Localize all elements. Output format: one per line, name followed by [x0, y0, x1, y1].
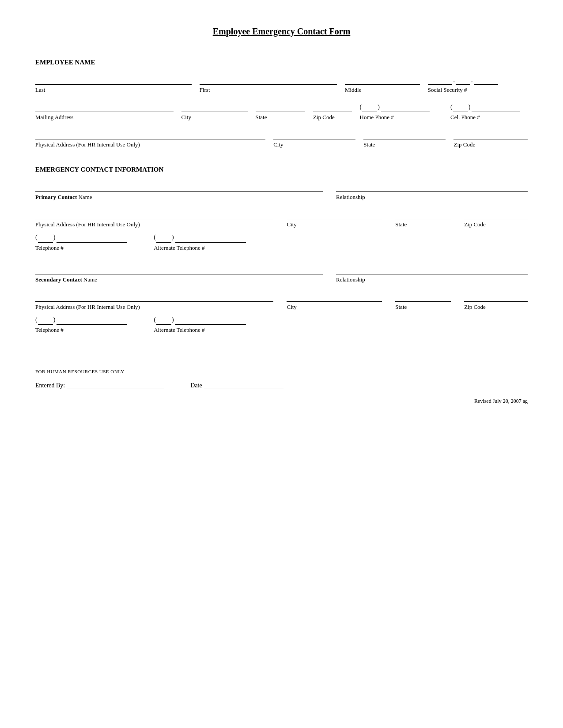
- primary-name-line: [35, 182, 323, 192]
- mailing-line: [35, 102, 174, 112]
- home-phone-label: Home Phone #: [360, 114, 394, 121]
- first-field-group: First: [200, 75, 337, 94]
- secondary-telephone-row: ( ) Telephone # ( ) Alternate Telephone …: [35, 315, 528, 334]
- cel-phone-area: [453, 102, 468, 112]
- secondary-zip-group: Zip Code: [464, 292, 528, 311]
- primary-state-line: [395, 210, 451, 219]
- phys-zip-label: Zip Code: [453, 141, 475, 148]
- secondary-alt-number: [175, 315, 246, 325]
- employee-name-heading: EMPLOYEE NAME: [35, 59, 528, 66]
- middle-label: Middle: [345, 86, 362, 94]
- primary-name-label: Primary Contact Name: [35, 194, 92, 201]
- primary-alt-tel-wrapper: ( ): [154, 233, 246, 242]
- page-title: Employee Emergency Contact Form: [35, 26, 528, 37]
- primary-alt-tel-group: ( ) Alternate Telephone #: [154, 233, 246, 251]
- home-phone-group: ( ) Home Phone #: [360, 102, 443, 121]
- city-label: City: [181, 114, 191, 121]
- primary-name-group: Primary Contact Name: [35, 182, 323, 201]
- primary-tel-number: [57, 233, 127, 243]
- primary-addr-label: Physical Address (For HR Internal Use On…: [35, 221, 140, 228]
- primary-addr-group: Physical Address (For HR Internal Use On…: [35, 210, 273, 228]
- primary-state-group: State: [395, 210, 451, 228]
- primary-zip-label: Zip Code: [464, 221, 486, 228]
- secondary-alt-tel-label: Alternate Telephone #: [154, 326, 246, 334]
- secondary-alt-tel-group: ( ) Alternate Telephone #: [154, 315, 246, 334]
- primary-alt-area: [156, 233, 171, 243]
- primary-relationship-group: Relationship: [336, 182, 528, 201]
- home-phone-number: [381, 102, 430, 112]
- state-line: [256, 102, 306, 112]
- ssn-part1: [428, 75, 452, 85]
- phys-zip-line: [453, 130, 528, 139]
- name-row: Last First Middle - - Social Security #: [35, 75, 528, 94]
- cel-phone-group: ( ) Cel. Phone #: [450, 102, 528, 121]
- primary-telephone-row: ( ) Telephone # ( ) Alternate Telephone …: [35, 233, 528, 251]
- secondary-contact-name-suffix: Name: [82, 276, 97, 283]
- secondary-state-line: [395, 292, 451, 302]
- address-row: Mailing Address City State Zip Code ( ) …: [35, 102, 528, 121]
- middle-line: [345, 75, 420, 85]
- phys-city-label: City: [273, 141, 283, 148]
- secondary-alt-paren-left: (: [154, 315, 156, 325]
- secondary-tel-number: [57, 315, 127, 325]
- entered-by-line: [67, 379, 164, 389]
- secondary-tel-paren-left: (: [35, 315, 38, 325]
- ssn-part3: [474, 75, 498, 85]
- last-label: Last: [35, 86, 45, 94]
- secondary-tel-area: [38, 315, 53, 325]
- last-field-group: Last: [35, 75, 192, 94]
- primary-city-label: City: [287, 221, 296, 228]
- primary-state-label: State: [395, 221, 407, 228]
- ssn-dash2: -: [470, 79, 474, 85]
- primary-city-line: [287, 210, 382, 219]
- ssn-part2: [456, 75, 470, 85]
- home-phone-area: [362, 102, 377, 112]
- primary-contact-name-suffix: Name: [77, 194, 92, 200]
- cel-phone-line-wrapper: ( ): [450, 102, 520, 112]
- secondary-tel-paren-right: ): [53, 315, 56, 325]
- hr-label: FOR HUMAN RESOURCES USE ONLY: [35, 369, 528, 374]
- secondary-state-group: State: [395, 292, 451, 311]
- secondary-tel-wrapper: ( ): [35, 315, 127, 325]
- primary-alt-paren-left: (: [154, 233, 156, 242]
- middle-field-group: Middle: [345, 75, 420, 94]
- secondary-name-label: Secondary Contact Name: [35, 276, 97, 283]
- primary-addr-row: Physical Address (For HR Internal Use On…: [35, 210, 528, 228]
- employee-name-section: EMPLOYEE NAME Last First Middle - - Soci…: [35, 59, 528, 148]
- primary-contact-name-row: Primary Contact Name Relationship: [35, 182, 528, 201]
- primary-relationship-label: Relationship: [336, 194, 365, 201]
- physical-addr-group: Physical Address (For HR Internal Use On…: [35, 130, 265, 148]
- mailing-label: Mailing Address: [35, 114, 73, 121]
- ssn-label: Social Security #: [428, 86, 467, 94]
- secondary-city-line: [287, 292, 382, 302]
- primary-alt-paren-right: ): [172, 233, 174, 242]
- secondary-addr-label: Physical Address (For HR Internal Use On…: [35, 304, 140, 311]
- primary-relationship-line: [336, 182, 528, 192]
- emergency-section: EMERGENCY CONTACT INFORMATION Primary Co…: [35, 166, 528, 334]
- zip-label: Zip Code: [313, 114, 335, 121]
- primary-tel-group: ( ) Telephone #: [35, 233, 127, 251]
- phys-city-group: City: [273, 130, 355, 148]
- cel-paren-left: (: [450, 102, 453, 112]
- first-line: [200, 75, 337, 85]
- city-field-group: City: [181, 102, 248, 121]
- secondary-relationship-group: Relationship: [336, 265, 528, 283]
- secondary-alt-tel-wrapper: ( ): [154, 315, 246, 325]
- primary-alt-number: [175, 233, 246, 243]
- cel-paren-right: ): [469, 102, 471, 112]
- home-phone-line-wrapper: ( ): [360, 102, 430, 112]
- date-label: Date: [190, 382, 202, 389]
- hr-fields-row: Entered By: Date: [35, 379, 528, 389]
- entered-by-label: Entered By:: [35, 382, 65, 389]
- primary-city-group: City: [287, 210, 382, 228]
- primary-tel-label: Telephone #: [35, 244, 127, 251]
- phys-zip-group: Zip Code: [453, 130, 528, 148]
- secondary-tel-group: ( ) Telephone #: [35, 315, 127, 334]
- secondary-relationship-label: Relationship: [336, 276, 365, 283]
- physical-label: Physical Address (For HR Internal Use On…: [35, 141, 140, 148]
- state-label: State: [256, 114, 267, 121]
- secondary-alt-area: [156, 315, 171, 325]
- secondary-addr-group: Physical Address (For HR Internal Use On…: [35, 292, 273, 311]
- cel-phone-number: [472, 102, 520, 112]
- home-paren-left: (: [360, 102, 362, 112]
